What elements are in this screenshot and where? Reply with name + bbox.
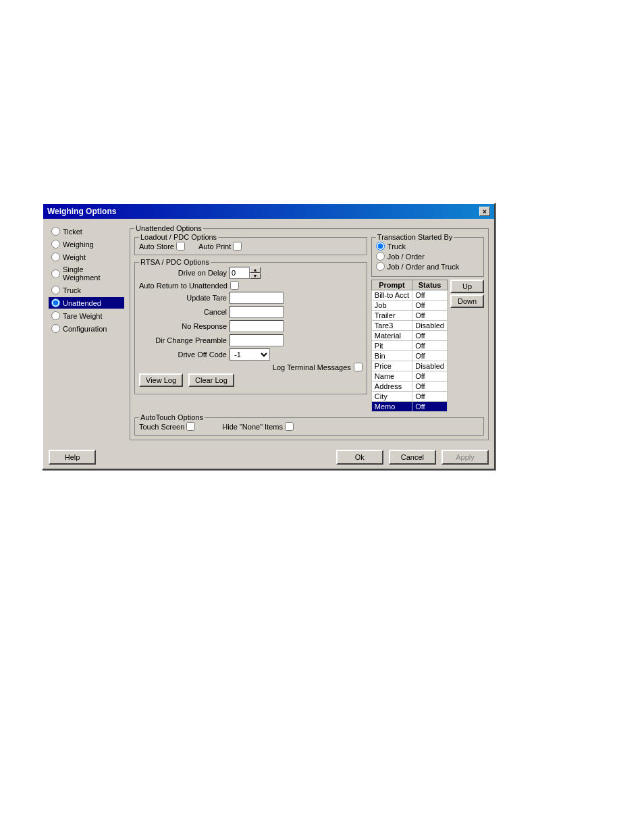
table-row[interactable]: Address Off bbox=[371, 382, 447, 392]
no-response-label: No Response bbox=[139, 322, 227, 330]
status-cell: Off bbox=[412, 402, 448, 412]
table-row-selected[interactable]: Memo Off bbox=[371, 402, 447, 412]
up-button[interactable]: Up bbox=[450, 280, 484, 293]
prompt-cell: Tare3 bbox=[371, 321, 412, 331]
cancel-input[interactable] bbox=[230, 306, 284, 318]
transaction-job-order-truck-label: Job / Order and Truck bbox=[387, 263, 459, 271]
drive-on-delay-label: Drive on Delay bbox=[139, 269, 227, 277]
drive-off-code-row: Drive Off Code -1 0 1 2 bbox=[139, 348, 363, 361]
col-status-header: Status bbox=[412, 280, 448, 290]
radio-configuration[interactable] bbox=[51, 324, 60, 333]
cancel-button[interactable]: Cancel bbox=[389, 450, 436, 465]
loadout-title: Loadout / PDC Options bbox=[139, 233, 218, 241]
radio-unattended[interactable] bbox=[51, 298, 60, 307]
spinner-down-btn[interactable]: ▼ bbox=[250, 273, 261, 279]
transaction-title: Transaction Started By bbox=[376, 233, 454, 241]
sidebar-item-single-weighment[interactable]: Single Weighment bbox=[49, 264, 124, 283]
sidebar-item-tare-weight[interactable]: Tare Weight bbox=[49, 310, 124, 321]
update-tare-input[interactable] bbox=[230, 292, 284, 304]
auto-print-checkbox[interactable] bbox=[233, 242, 242, 251]
dialog-body: Ticket Weighing Weight Single Weighment … bbox=[43, 219, 494, 446]
radio-tare-weight[interactable] bbox=[51, 311, 60, 320]
view-log-button[interactable]: View Log bbox=[139, 373, 183, 387]
sidebar-item-ticket[interactable]: Ticket bbox=[49, 226, 124, 237]
sidebar-item-truck[interactable]: Truck bbox=[49, 284, 124, 296]
down-button[interactable]: Down bbox=[450, 294, 484, 308]
autotouch-title: AutoTouch Options bbox=[139, 413, 205, 421]
sidebar-item-weighing[interactable]: Weighing bbox=[49, 238, 124, 250]
auto-store-checkbox[interactable] bbox=[176, 242, 185, 251]
radio-transaction-job-order-truck[interactable] bbox=[376, 262, 385, 271]
col-prompt-header: Prompt bbox=[371, 280, 412, 290]
transaction-job-order-label: Job / Order bbox=[387, 253, 425, 261]
status-cell: Off bbox=[412, 331, 448, 341]
auto-print-item: Auto Print bbox=[198, 242, 242, 251]
table-row[interactable]: Pit Off bbox=[371, 341, 447, 351]
auto-return-checkbox[interactable] bbox=[230, 281, 239, 290]
hide-none-label: Hide "None" Items bbox=[222, 423, 283, 431]
prompt-cell: Address bbox=[371, 382, 412, 392]
log-buttons-row: View Log Clear Log bbox=[139, 373, 363, 387]
drive-on-delay-spinner: 0 ▲ ▼ bbox=[230, 267, 261, 279]
autotouch-row: Touch Screen Hide "None" Items bbox=[139, 422, 479, 431]
drive-off-code-select[interactable]: -1 0 1 2 bbox=[230, 348, 270, 361]
unattended-options-title: Unattended Options bbox=[134, 224, 203, 232]
table-row[interactable]: City Off bbox=[371, 392, 447, 402]
table-row[interactable]: Material Off bbox=[371, 331, 447, 341]
table-row[interactable]: Trailer Off bbox=[371, 311, 447, 321]
radio-weight[interactable] bbox=[51, 253, 60, 261]
table-row[interactable]: Job Off bbox=[371, 301, 447, 311]
auto-return-row: Auto Return to Unattended bbox=[139, 281, 363, 290]
radio-weighing[interactable] bbox=[51, 240, 60, 249]
radio-truck[interactable] bbox=[51, 286, 60, 294]
prompt-cell: Trailer bbox=[371, 311, 412, 321]
table-row[interactable]: Name Off bbox=[371, 371, 447, 382]
sidebar-label-truck: Truck bbox=[63, 286, 81, 294]
table-row[interactable]: Bin Off bbox=[371, 351, 447, 361]
cancel-label: Cancel bbox=[139, 308, 227, 316]
auto-store-label: Auto Store bbox=[139, 242, 174, 251]
ok-button[interactable]: Ok bbox=[336, 450, 383, 465]
unattended-options-section: Unattended Options Loadout / PDC Options… bbox=[130, 228, 489, 440]
transaction-job-order-truck-row: Job / Order and Truck bbox=[376, 262, 479, 271]
drive-on-delay-input[interactable]: 0 bbox=[230, 267, 250, 279]
apply-button[interactable]: Apply bbox=[441, 450, 489, 465]
hide-none-checkbox[interactable] bbox=[285, 422, 294, 431]
table-row[interactable]: Bill-to Acct Off bbox=[371, 290, 447, 301]
table-row[interactable]: Tare3 Disabled bbox=[371, 321, 447, 331]
status-cell: Off bbox=[412, 371, 448, 382]
update-tare-label: Update Tare bbox=[139, 294, 227, 302]
log-terminal-checkbox[interactable] bbox=[354, 363, 363, 371]
radio-transaction-truck[interactable] bbox=[376, 242, 385, 251]
weighing-options-dialog: Weighing Options × Ticket Weighing Weigh… bbox=[42, 203, 495, 470]
rtsa-section: RTSA / PDC Options Drive on Delay 0 ▲ ▼ bbox=[134, 262, 367, 394]
touch-screen-checkbox[interactable] bbox=[186, 422, 195, 431]
touch-screen-label: Touch Screen bbox=[139, 423, 184, 431]
dir-change-input[interactable] bbox=[230, 334, 284, 346]
status-cell: Off bbox=[412, 382, 448, 392]
prompt-cell: Name bbox=[371, 371, 412, 382]
dialog-titlebar: Weighing Options × bbox=[43, 204, 494, 219]
radio-single-weighment[interactable] bbox=[51, 269, 60, 278]
help-button[interactable]: Help bbox=[49, 450, 96, 465]
status-cell: Off bbox=[412, 301, 448, 311]
sidebar-item-unattended[interactable]: Unattended bbox=[49, 297, 124, 309]
radio-ticket[interactable] bbox=[51, 227, 60, 236]
auto-return-label: Auto Return to Unattended bbox=[139, 282, 227, 290]
page-background: Weighing Options × Ticket Weighing Weigh… bbox=[0, 0, 644, 834]
radio-transaction-job-order[interactable] bbox=[376, 252, 385, 261]
sidebar-label-unattended: Unattended bbox=[63, 299, 101, 307]
status-cell: Off bbox=[412, 351, 448, 361]
autotouch-section: AutoTouch Options Touch Screen Hide "Non… bbox=[134, 417, 484, 436]
sidebar-label-tare-weight: Tare Weight bbox=[63, 312, 103, 320]
spinner-up-btn[interactable]: ▲ bbox=[250, 267, 261, 273]
sidebar-item-configuration[interactable]: Configuration bbox=[49, 323, 124, 334]
table-row[interactable]: Price Disabled bbox=[371, 361, 447, 371]
sidebar-item-weight[interactable]: Weight bbox=[49, 251, 124, 263]
transaction-truck-row: Truck bbox=[376, 242, 479, 251]
hide-none-item: Hide "None" Items bbox=[222, 422, 294, 431]
status-cell: Off bbox=[412, 341, 448, 351]
clear-log-button[interactable]: Clear Log bbox=[188, 373, 234, 387]
no-response-input[interactable] bbox=[230, 320, 284, 332]
close-button[interactable]: × bbox=[479, 207, 490, 216]
